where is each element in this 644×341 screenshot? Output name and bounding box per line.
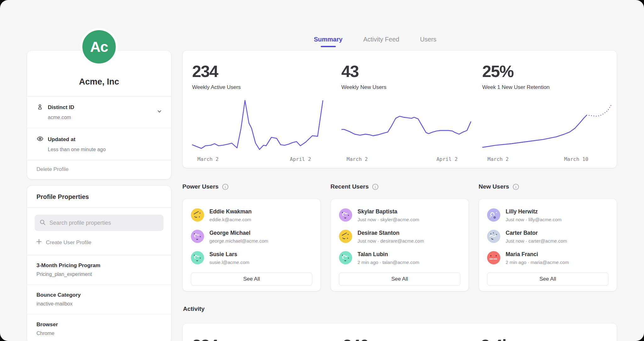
profile-properties-card: Profile Properties Create User Profile 3… — [27, 185, 171, 341]
info-icon[interactable]: i — [513, 184, 519, 190]
user-row[interactable]: Susie Lars susie.l@acme.com — [191, 251, 312, 265]
user-name: Desirae Stanton — [358, 230, 424, 236]
company-profile-card: Ac Acme, Inc Distinct ID acme.com Update… — [27, 50, 171, 179]
user-name: George Michael — [209, 230, 268, 236]
property-item[interactable]: Browser Chrome — [27, 314, 171, 341]
recent-users-column: Recent Users i Skylar Baptista Just now — [330, 183, 469, 291]
stat-weekly-new-users: 43 Weekly New Users March 2 April 2 — [326, 51, 474, 168]
see-all-button[interactable]: See All — [487, 272, 608, 286]
delete-profile-button[interactable]: Delete Profile — [27, 160, 171, 179]
user-name: Maria Franci — [506, 251, 569, 258]
stat-value: 43 — [341, 62, 474, 81]
svg-text:i: i — [225, 185, 226, 189]
stat-value: 25% — [482, 62, 617, 81]
create-user-profile-button[interactable]: Create User Profile — [35, 231, 164, 254]
user-text: Carter Bator Just now · carter@acme.com — [506, 230, 567, 244]
user-avatar — [339, 208, 352, 222]
activity-card: 234 240 3.4k — [182, 323, 617, 341]
user-row[interactable]: Lilly Herwitz Just now · lilly@acme.com — [487, 208, 608, 222]
activity-stat: 3.4k — [472, 323, 617, 341]
list-title: Power Users — [182, 183, 219, 190]
user-row[interactable]: Maria Franci 2 min ago · maria@acme.com — [487, 251, 608, 265]
summary-stats-card: 234 Weekly Active Users March 2 April 2 … — [182, 50, 617, 168]
user-lists-section: Power Users i Eddie Kwakman eddie.k@acme — [182, 183, 617, 291]
stat-label: Weekly Active Users — [192, 84, 326, 91]
property-value: Pricing_plan_experiment — [36, 272, 162, 277]
user-row[interactable]: Talan Lubin 2 min ago · talan@acme.com — [339, 251, 460, 265]
power-users-column: Power Users i Eddie Kwakman eddie.k@acme — [182, 183, 321, 291]
svg-text:i: i — [375, 185, 376, 189]
distinct-id-value: acme.com — [48, 115, 153, 120]
see-all-button[interactable]: See All — [339, 272, 460, 286]
info-icon[interactable]: i — [372, 184, 379, 190]
tab-summary[interactable]: Summary — [314, 36, 342, 43]
see-all-button[interactable]: See All — [191, 272, 312, 286]
new-users-column: New Users i Lilly Herwitz Just now · lil — [479, 183, 617, 291]
activity-value: 234 — [192, 336, 327, 341]
user-row[interactable]: George Michael george.michael@acme.com — [191, 230, 312, 244]
property-label: Browser — [36, 322, 162, 328]
recent-users-header: Recent Users i — [330, 183, 469, 190]
user-row[interactable]: Eddie Kwakman eddie.k@acme.com — [191, 208, 312, 222]
user-detail: susie.l@acme.com — [209, 260, 249, 265]
user-avatar — [487, 251, 500, 264]
user-avatar — [339, 251, 352, 264]
profile-properties-body: Create User Profile — [27, 207, 171, 255]
activity-section-title: Activity — [183, 305, 205, 312]
x-axis: March 2 March 10 — [482, 156, 614, 163]
user-row[interactable]: Skylar Baptista Just now · skyler@acme.c… — [339, 208, 460, 222]
user-avatar — [191, 208, 204, 222]
info-icon[interactable]: i — [222, 184, 229, 190]
person-icon — [36, 103, 48, 112]
stat-label: Weekly New Users — [341, 84, 474, 91]
new-users-card: Lilly Herwitz Just now · lilly@acme.com … — [479, 199, 617, 291]
user-row[interactable]: Carter Bator Just now · carter@acme.com — [487, 230, 608, 244]
user-text: Skylar Baptista Just now · skyler@acme.c… — [358, 208, 419, 222]
chevron-down-icon[interactable] — [156, 108, 163, 116]
property-value: Chrome — [36, 331, 162, 336]
activity-stat: 240 — [327, 323, 472, 341]
property-item[interactable]: 3-Month Pricing Program Pricing_plan_exp… — [27, 255, 171, 284]
weekly-new-users-sparkline: March 2 April 2 — [341, 99, 474, 163]
stat-label: Week 1 New User Retention — [482, 84, 617, 91]
user-avatar — [487, 230, 500, 243]
user-row[interactable]: Desirae Stanton Just now · desirare@acme… — [339, 230, 460, 244]
user-detail: 2 min ago · talan@acme.com — [358, 260, 419, 265]
user-text: Eddie Kwakman eddie.k@acme.com — [209, 208, 252, 222]
stat-value: 234 — [192, 62, 326, 81]
profile-properties-title: Profile Properties — [27, 186, 171, 207]
activity-value: 3.4k — [481, 336, 617, 341]
x-axis: March 2 April 2 — [192, 156, 324, 163]
tab-activity-feed[interactable]: Activity Feed — [363, 36, 399, 43]
user-avatar — [487, 208, 500, 222]
x-axis-end-label: April 2 — [436, 156, 458, 162]
user-text: Susie Lars susie.l@acme.com — [209, 251, 249, 265]
user-text: Desirae Stanton Just now · desirare@acme… — [358, 230, 424, 244]
weekly-active-users-sparkline: March 2 April 2 — [192, 99, 324, 163]
new-users-header: New Users i — [479, 183, 617, 190]
tab-bar: Summary Activity Feed Users — [314, 36, 436, 43]
search-input[interactable] — [49, 220, 159, 226]
search-profile-properties[interactable] — [35, 215, 164, 231]
stat-week1-retention: 25% Week 1 New User Retention March 2 Ma… — [474, 51, 617, 168]
user-name: Talan Lubin — [358, 251, 419, 258]
user-detail: 2 min ago · maria@acme.com — [506, 260, 569, 265]
activity-value: 240 — [343, 336, 472, 341]
user-name: Skylar Baptista — [358, 208, 419, 215]
power-users-card: Eddie Kwakman eddie.k@acme.com George Mi… — [182, 199, 321, 291]
user-text: Lilly Herwitz Just now · lilly@acme.com — [506, 208, 562, 222]
user-text: George Michael george.michael@acme.com — [209, 230, 268, 244]
user-detail: george.michael@acme.com — [209, 238, 268, 244]
user-detail: Just now · lilly@acme.com — [506, 217, 562, 222]
tab-users[interactable]: Users — [420, 36, 436, 43]
plus-icon — [36, 239, 42, 246]
app-window: Ac Acme, Inc Distinct ID acme.com Update… — [0, 0, 644, 341]
property-item[interactable]: Bounce Category inactive-mailbox — [27, 284, 171, 314]
x-axis-end-label: March 10 — [564, 156, 588, 162]
list-title: New Users — [479, 183, 509, 190]
x-axis: March 2 April 2 — [341, 156, 474, 163]
list-title: Recent Users — [330, 183, 369, 190]
user-avatar — [191, 230, 204, 243]
svg-text:i: i — [515, 185, 517, 189]
company-avatar-initials: Ac — [90, 38, 108, 55]
